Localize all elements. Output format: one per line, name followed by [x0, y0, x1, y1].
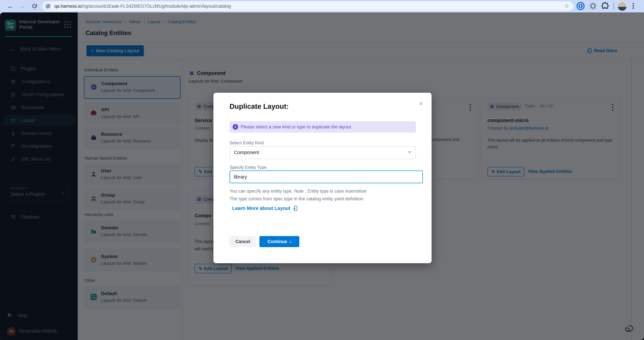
info-banner-text: Please select a new kind or type to dupl…: [240, 124, 351, 130]
info-banner: i Please select a new kind or type to du…: [230, 121, 416, 133]
entity-kind-label: Select Entity Kind: [230, 140, 264, 146]
screen: ← → qa.harness.io/ng/account/zEaak-FLS42…: [0, 0, 644, 340]
continue-button[interactable]: Continue ›: [260, 236, 299, 247]
chevron-down-icon: [408, 151, 411, 153]
helper-text-1: You can specify any entity type. Note : …: [230, 189, 366, 194]
browser-toolbar: ← → qa.harness.io/ng/account/zEaak-FLS42…: [0, 0, 644, 12]
browser-forward-button[interactable]: →: [18, 2, 27, 10]
extensions-puzzle-icon[interactable]: [601, 2, 609, 11]
info-icon: i: [232, 124, 238, 130]
address-bar[interactable]: qa.harness.io/ng/account/zEaak-FLS425IEO…: [42, 1, 574, 11]
bookmark-star-icon[interactable]: ☆: [564, 3, 569, 9]
password-manager-icon[interactable]: [576, 2, 584, 10]
entity-type-label: Specify Entity Type: [230, 165, 267, 170]
entity-kind-select[interactable]: Component: [230, 146, 416, 159]
browser-actions: [574, 0, 644, 12]
modal-title: Duplicate Layout:: [230, 102, 288, 110]
reload-icon: [32, 3, 38, 9]
browser-reload-button[interactable]: [30, 2, 39, 10]
duplicate-layout-modal: Duplicate Layout: × i Please select a ne…: [214, 93, 432, 263]
browser-back-button[interactable]: ←: [6, 2, 15, 10]
entity-type-input[interactable]: [230, 171, 423, 183]
learn-more-link[interactable]: Learn More about Layout: [232, 205, 298, 211]
profile-avatar[interactable]: [618, 2, 627, 11]
url-text: qa.harness.io/ng/account/zEaak-FLS425IEO…: [54, 4, 231, 9]
browser-window: ← → qa.harness.io/ng/account/zEaak-FLS42…: [0, 0, 644, 340]
toolbar-divider: [614, 3, 614, 9]
site-settings-icon[interactable]: [45, 3, 51, 9]
browser-menu-button[interactable]: [632, 2, 634, 9]
extension-spinner-icon[interactable]: [589, 2, 597, 11]
app-frame: Internal Developer Portal ← Back to Main…: [0, 12, 644, 340]
doc-external-icon: [292, 205, 298, 211]
helper-text-2: The type comes from spec.type in the cat…: [230, 196, 363, 202]
close-icon[interactable]: ×: [417, 99, 425, 107]
back-icon: ←: [7, 2, 14, 10]
entity-kind-value: Component: [234, 150, 259, 155]
cancel-button[interactable]: Cancel: [230, 236, 256, 247]
chevron-right-icon: ›: [290, 239, 291, 245]
forward-icon: →: [19, 2, 26, 10]
